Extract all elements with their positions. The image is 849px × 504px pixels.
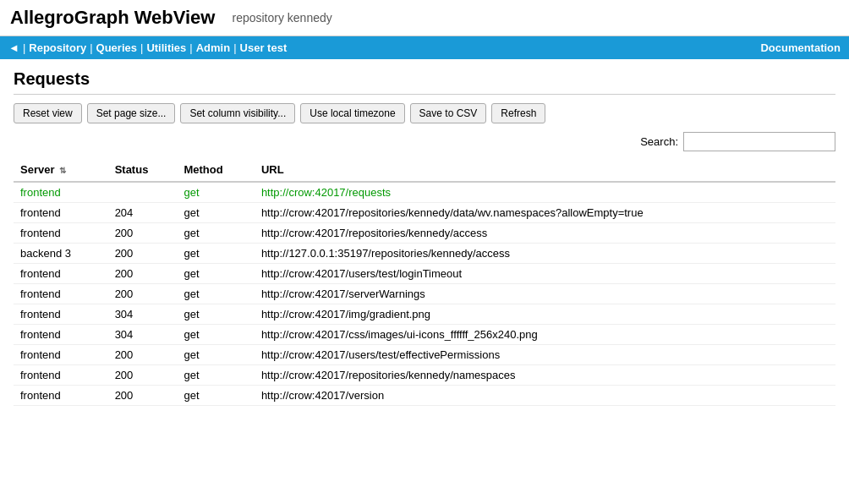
cell-method: get	[177, 223, 254, 244]
reset-view-button[interactable]: Reset view	[14, 103, 82, 123]
cell-status: 200	[108, 284, 178, 304]
table-row: frontend200gethttp://crow:42017/users/te…	[14, 345, 835, 365]
table-row: frontend200gethttp://crow:42017/version	[14, 386, 835, 406]
nav-usertest[interactable]: User test	[240, 41, 288, 54]
save-to-csv-button[interactable]: Save to CSV	[410, 103, 487, 123]
cell-method: get	[177, 365, 254, 386]
cell-status: 204	[108, 203, 178, 223]
page-title: Requests	[14, 69, 835, 95]
cell-status: 200	[108, 264, 178, 284]
toolbar: Reset view Set page size... Set column v…	[14, 103, 835, 123]
table-body: frontendgethttp://crow:42017/requestsfro…	[14, 182, 835, 406]
cell-url: http://crow:42017/repositories/kennedy/a…	[255, 223, 835, 244]
cell-status: 200	[108, 345, 178, 365]
cell-status: 200	[108, 365, 178, 386]
cell-method: get	[177, 386, 254, 406]
cell-server: frontend	[14, 345, 108, 365]
nav-admin[interactable]: Admin	[196, 41, 230, 54]
nav-right: Documentation	[760, 41, 841, 54]
nav-queries[interactable]: Queries	[96, 41, 137, 54]
cell-url: http://crow:42017/users/test/loginTimeou…	[255, 264, 835, 284]
cell-server: backend 3	[14, 244, 108, 264]
cell-url: http://crow:42017/users/test/effectivePe…	[255, 345, 835, 365]
refresh-button[interactable]: Refresh	[491, 103, 545, 123]
col-method: Method	[177, 158, 254, 182]
col-url: URL	[255, 158, 835, 182]
table-row: backend 3200gethttp://127.0.0.1:35197/re…	[14, 244, 835, 264]
cell-status	[108, 182, 178, 203]
use-local-timezone-button[interactable]: Use local timezone	[300, 103, 404, 123]
cell-server: frontend	[14, 203, 108, 223]
sort-icon-server: ⇅	[59, 166, 66, 175]
cell-url: http://crow:42017/requests	[255, 182, 835, 203]
app-title: AllegroGraph WebView	[10, 7, 215, 29]
nav-repository[interactable]: Repository	[29, 41, 86, 54]
cell-url: http://crow:42017/version	[255, 386, 835, 406]
cell-method: get	[177, 304, 254, 325]
table-row: frontend304gethttp://crow:42017/css/imag…	[14, 325, 835, 345]
cell-method: get	[177, 244, 254, 264]
cell-server: frontend	[14, 325, 108, 345]
cell-method: get	[177, 182, 254, 203]
cell-url: http://crow:42017/img/gradient.png	[255, 304, 835, 325]
cell-method: get	[177, 203, 254, 223]
repo-label: repository kennedy	[232, 11, 331, 25]
requests-table: Server ⇅ Status Method URL frontendgetht…	[14, 158, 835, 406]
cell-server: frontend	[14, 365, 108, 386]
col-server[interactable]: Server ⇅	[14, 158, 108, 182]
table-row: frontendgethttp://crow:42017/requests	[14, 182, 835, 203]
cell-status: 200	[108, 244, 178, 264]
nav-sep-2: |	[140, 41, 143, 54]
nav-sep-1: |	[90, 41, 92, 54]
cell-server: frontend	[14, 264, 108, 284]
set-page-size-button[interactable]: Set page size...	[87, 103, 176, 123]
table-header-row: Server ⇅ Status Method URL	[14, 158, 835, 182]
cell-url: http://crow:42017/repositories/kennedy/d…	[255, 203, 835, 223]
url-link[interactable]: http://crow:42017/requests	[261, 186, 391, 199]
search-bar: Search:	[14, 132, 835, 151]
cell-server: frontend	[14, 223, 108, 244]
nav-left: ◄ | Repository | Queries | Utilities | A…	[8, 41, 287, 54]
cell-url: http://127.0.0.1:35197/repositories/kenn…	[255, 244, 835, 264]
nav-sep-3: |	[189, 41, 192, 54]
table-row: frontend200gethttp://crow:42017/reposito…	[14, 365, 835, 386]
cell-status: 200	[108, 223, 178, 244]
search-label: Search:	[640, 135, 678, 148]
cell-status: 304	[108, 325, 178, 345]
cell-status: 200	[108, 386, 178, 406]
search-input[interactable]	[683, 132, 835, 151]
table-row: frontend304gethttp://crow:42017/img/grad…	[14, 304, 835, 325]
cell-method: get	[177, 345, 254, 365]
table-row: frontend200gethttp://crow:42017/serverWa…	[14, 284, 835, 304]
table-row: frontend200gethttp://crow:42017/users/te…	[14, 264, 835, 284]
nav-separator: |	[23, 41, 25, 54]
main-content: Requests Reset view Set page size... Set…	[0, 59, 849, 416]
cell-server: frontend	[14, 284, 108, 304]
nav-utilities[interactable]: Utilities	[146, 41, 186, 54]
nav-bar: ◄ | Repository | Queries | Utilities | A…	[0, 36, 849, 59]
cell-server: frontend	[14, 182, 108, 203]
cell-server: frontend	[14, 386, 108, 406]
col-status: Status	[108, 158, 178, 182]
back-icon[interactable]: ◄	[8, 41, 19, 54]
cell-server: frontend	[14, 304, 108, 325]
cell-method: get	[177, 325, 254, 345]
app-header: AllegroGraph WebView repository kennedy	[0, 0, 849, 36]
table-row: frontend204gethttp://crow:42017/reposito…	[14, 203, 835, 223]
table-row: frontend200gethttp://crow:42017/reposito…	[14, 223, 835, 244]
cell-url: http://crow:42017/css/images/ui-icons_ff…	[255, 325, 835, 345]
nav-documentation[interactable]: Documentation	[760, 41, 841, 54]
cell-url: http://crow:42017/repositories/kennedy/n…	[255, 365, 835, 386]
nav-sep-4: |	[233, 41, 236, 54]
cell-method: get	[177, 284, 254, 304]
cell-method: get	[177, 264, 254, 284]
cell-status: 304	[108, 304, 178, 325]
set-column-visibility-button[interactable]: Set column visibility...	[180, 103, 295, 123]
cell-url: http://crow:42017/serverWarnings	[255, 284, 835, 304]
